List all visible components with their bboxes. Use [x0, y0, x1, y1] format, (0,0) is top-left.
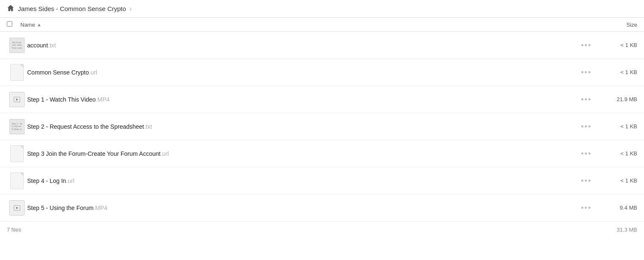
select-all-check[interactable]: [7, 21, 20, 28]
file-name-area: Common Sense Crypto.url: [27, 69, 574, 76]
more-options-button[interactable]: •••: [578, 40, 595, 51]
file-icon-area: [7, 145, 27, 162]
file-icon: [10, 64, 24, 81]
file-name-area: Step 3 Join the Forum-Create Your Forum …: [27, 150, 574, 157]
file-actions[interactable]: •••: [574, 148, 599, 159]
file-name-area: account.txt: [27, 42, 574, 49]
file-name: Step 1 - Watch This Video: [27, 96, 96, 103]
file-actions[interactable]: •••: [574, 40, 599, 51]
file-extension: .txt: [48, 42, 56, 49]
file-extension: .MP4: [93, 205, 107, 211]
sort-arrow-icon: ▲: [37, 22, 42, 27]
table-row[interactable]: Step 2 - Re1) Add me2) Make su Step 2 - …: [0, 113, 644, 140]
file-size: < 1 KB: [599, 177, 637, 184]
file-icon-area: [7, 200, 27, 216]
file-icon-area: [7, 64, 27, 81]
size-column-header: Size: [595, 22, 637, 28]
file-actions[interactable]: •••: [574, 121, 599, 132]
file-name: Common Sense Crypto: [27, 69, 89, 76]
svg-marker-1: [16, 98, 18, 101]
file-size: 9.4 MB: [599, 205, 637, 211]
more-options-button[interactable]: •••: [578, 67, 595, 78]
file-actions[interactable]: •••: [574, 175, 599, 186]
file-name: Step 2 - Request Access to the Spreadshe…: [27, 123, 144, 130]
column-headers: Name ▲ Size: [0, 18, 644, 32]
file-list: http://crypuser: stojaPass: swat account…: [0, 32, 644, 221]
table-row[interactable]: Step 5 - Using the Forum.MP4 ••• 9.4 MB: [0, 194, 644, 221]
home-icon: [7, 4, 14, 13]
file-name: Step 5 - Using the Forum: [27, 205, 93, 211]
footer: 7 files 31.3 MB: [0, 221, 644, 238]
file-icon: [10, 172, 24, 189]
file-name: account: [27, 42, 48, 49]
file-name: Step 3 Join the Forum-Create Your Forum …: [27, 150, 160, 157]
file-size: < 1 KB: [599, 42, 637, 48]
table-row[interactable]: http://crypuser: stojaPass: swat account…: [0, 32, 644, 59]
select-all-checkbox[interactable]: [7, 21, 12, 27]
breadcrumb-title: James Sides - Common Sense Crypto: [18, 5, 126, 12]
file-extension: .MP4: [96, 96, 110, 103]
file-icon-area: Step 2 - Re1) Add me2) Make su: [7, 119, 27, 134]
breadcrumb-arrow: ›: [129, 5, 132, 13]
table-row[interactable]: Step 4 - Log In.url ••• < 1 KB: [0, 167, 644, 194]
file-name-area: Step 4 - Log In.url: [27, 177, 574, 184]
total-size: 31.3 MB: [617, 227, 637, 233]
file-actions[interactable]: •••: [574, 202, 599, 213]
more-options-button[interactable]: •••: [578, 175, 595, 186]
more-options-button[interactable]: •••: [578, 121, 595, 132]
more-options-button[interactable]: •••: [578, 94, 595, 105]
file-extension: .url: [66, 177, 74, 184]
file-icon: [10, 145, 24, 162]
breadcrumb: James Sides - Common Sense Crypto ›: [0, 0, 644, 18]
file-extension: .txt: [144, 123, 152, 130]
more-options-button[interactable]: •••: [578, 148, 595, 159]
file-actions[interactable]: •••: [574, 94, 599, 105]
file-icon-area: [7, 92, 27, 107]
file-icon-area: [7, 172, 27, 189]
table-row[interactable]: Step 1 - Watch This Video.MP4 ••• 21.9 M…: [0, 86, 644, 113]
file-name-area: Step 2 - Request Access to the Spreadshe…: [27, 123, 574, 130]
svg-marker-3: [16, 207, 18, 209]
name-column-header[interactable]: Name ▲: [20, 22, 595, 28]
file-count: 7 files: [7, 227, 21, 233]
file-name: Step 4 - Log In: [27, 177, 66, 184]
text-preview-icon: Step 2 - Re1) Add me2) Make su: [9, 119, 25, 134]
table-row[interactable]: Common Sense Crypto.url ••• < 1 KB: [0, 59, 644, 86]
file-name-area: Step 1 - Watch This Video.MP4: [27, 96, 574, 103]
file-size: < 1 KB: [599, 69, 637, 75]
file-size: < 1 KB: [599, 150, 637, 157]
file-size: 21.9 MB: [599, 96, 637, 102]
file-name-area: Step 5 - Using the Forum.MP4: [27, 205, 574, 211]
file-size: < 1 KB: [599, 123, 637, 130]
file-actions[interactable]: •••: [574, 67, 599, 78]
video-file-icon: [9, 200, 25, 216]
table-row[interactable]: Step 3 Join the Forum-Create Your Forum …: [0, 140, 644, 167]
file-extension: .url: [160, 150, 168, 157]
file-icon-area: http://crypuser: stojaPass: swat: [7, 38, 27, 53]
video-file-icon: [9, 92, 25, 107]
text-preview-icon: http://crypuser: stojaPass: swat: [9, 38, 25, 53]
more-options-button[interactable]: •••: [578, 202, 595, 213]
file-extension: .url: [89, 69, 97, 76]
